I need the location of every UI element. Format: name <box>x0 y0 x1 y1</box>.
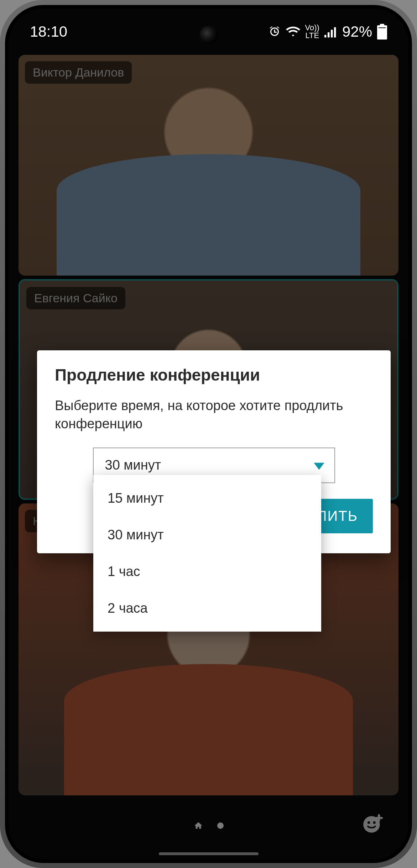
nav-indicator-dot <box>217 822 224 830</box>
duration-option[interactable]: 30 минут <box>93 517 321 553</box>
system-nav-bar <box>9 807 408 846</box>
dialog-message: Выберите время, на которое хотите продли… <box>55 397 373 433</box>
duration-dropdown: 15 минут 30 минут 1 час 2 часа <box>93 475 321 632</box>
battery-icon <box>377 24 387 40</box>
phone-screen: 18:10 Vo))LTE 92% <box>9 9 408 859</box>
dialog-title: Продление конференции <box>55 365 373 385</box>
svg-point-4 <box>373 821 376 824</box>
duration-select-value: 30 минут <box>105 457 161 473</box>
svg-point-1 <box>217 822 224 829</box>
front-camera <box>199 26 218 44</box>
home-icon[interactable] <box>194 821 203 832</box>
battery-percentage: 92% <box>342 23 372 40</box>
duration-option[interactable]: 15 минут <box>93 480 321 517</box>
status-time: 18:10 <box>30 23 67 40</box>
reactions-icon[interactable] <box>361 812 384 835</box>
volte-icon: Vo))LTE <box>305 24 319 40</box>
duration-option[interactable]: 1 час <box>93 553 321 590</box>
duration-option[interactable]: 2 часа <box>93 590 321 627</box>
chevron-down-icon <box>314 457 324 473</box>
phone-frame: 18:10 Vo))LTE 92% <box>0 0 417 868</box>
alarm-icon <box>268 25 281 38</box>
svg-rect-0 <box>379 28 386 38</box>
svg-point-3 <box>368 821 370 824</box>
wifi-icon <box>286 26 300 38</box>
gesture-bar[interactable] <box>159 852 259 855</box>
signal-icon <box>324 26 337 38</box>
